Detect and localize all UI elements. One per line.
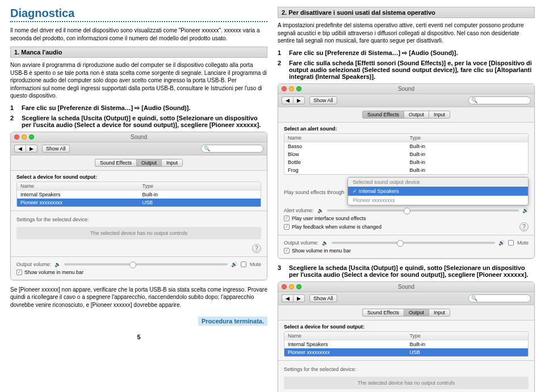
table-row[interactable]: Internal SpeakersBuilt-in: [284, 340, 528, 348]
mac-sound-window-output-2: Sound ◀ ▶ Show All 🔍 Sound Effects Outpu…: [278, 281, 535, 393]
search-input[interactable]: 🔍: [468, 96, 531, 104]
settings-label: Settings for the selected device:: [16, 214, 261, 225]
show-all-button[interactable]: Show All: [309, 294, 337, 302]
bottom-note: Se [Pioneer xxxxxx] non appare, verifica…: [10, 286, 267, 309]
volume-slider[interactable]: [64, 263, 228, 265]
table-row[interactable]: BassoBuilt-in: [284, 142, 528, 150]
speaker-high-icon: 🔊: [231, 262, 237, 267]
select-device-label: Select a device for sound output:: [284, 324, 529, 330]
nav-back-button[interactable]: ◀: [282, 294, 293, 302]
tab-input[interactable]: Input: [429, 309, 450, 317]
feedback-label: Play feedback when volume is changed: [292, 224, 382, 230]
procedure-done-left: Procedura terminata.: [10, 313, 267, 326]
window-title: Sound: [11, 134, 267, 140]
section-2-heading: 2. Per disattivare i suoni usati dal sis…: [278, 7, 535, 18]
table-row[interactable]: Internal SpeakersBuilt-in: [17, 191, 261, 199]
section-2-body: A impostazioni predefinite del sistema o…: [278, 22, 535, 45]
tab-sound-effects[interactable]: Sound Effects: [362, 111, 404, 119]
no-output-controls: The selected device has no output contro…: [16, 227, 261, 239]
speaker-low-icon: 🔈: [322, 240, 328, 246]
section-1-heading: 1. Manca l'audio: [10, 47, 267, 58]
play-through-label: Play sound effects through: [284, 189, 344, 195]
right-step-1: 1 Fare clic su [Preferenze di Sistema…] …: [278, 49, 535, 57]
help-icon[interactable]: ?: [519, 222, 529, 231]
mute-checkbox[interactable]: [241, 262, 246, 267]
main-title: Diagnostica: [10, 7, 267, 22]
show-all-button[interactable]: Show All: [309, 96, 337, 104]
search-icon: 🔍: [471, 296, 477, 301]
section-1-body: Non avviare il programma di riproduzione…: [10, 61, 267, 100]
col-type: Type: [139, 182, 261, 190]
mac-sound-window-effects: Sound ◀ ▶ Show All 🔍 Sound Effects Outpu…: [278, 83, 535, 259]
no-output-controls: The selected device has no output contro…: [284, 377, 529, 389]
tab-input[interactable]: Input: [429, 111, 450, 119]
col-name: Name: [284, 332, 406, 340]
col-type: Type: [406, 134, 529, 142]
intro-text: Il nome del driver ed il nome del dispos…: [10, 27, 267, 42]
show-all-button[interactable]: Show All: [42, 145, 70, 153]
output-device-table[interactable]: NameType Internal SpeakersBuilt-in Pione…: [284, 331, 529, 357]
ui-sounds-label: Play user interface sound effects: [292, 216, 366, 221]
left-step-1: 1 Fare clic su [Preferenze di Sistema…] …: [10, 104, 267, 112]
col-name: Name: [17, 182, 139, 190]
nav-back-button[interactable]: ◀: [282, 96, 293, 104]
show-menubar-label: Show volume in menu bar: [292, 248, 351, 254]
output-volume-label: Output volume:: [284, 240, 318, 246]
search-icon: 🔍: [471, 98, 477, 103]
col-type: Type: [406, 332, 529, 340]
menubar-checkbox[interactable]: ✓: [16, 269, 22, 275]
speaker-high-icon: 🔊: [522, 208, 529, 213]
mac-sound-window-output: Sound ◀ ▶ Show All 🔍 Sound Effects Outpu…: [10, 132, 267, 280]
nav-forward-button[interactable]: ▶: [293, 294, 305, 302]
popup-item-pioneer[interactable]: Pioneer xxxxxxxxx: [348, 196, 528, 205]
window-title: Sound: [278, 284, 534, 290]
ui-sounds-checkbox[interactable]: ✓: [284, 216, 290, 221]
tab-input[interactable]: Input: [161, 159, 183, 167]
nav-forward-button[interactable]: ▶: [293, 96, 305, 104]
alert-sound-label: Select an alert sound:: [284, 126, 529, 132]
help-icon[interactable]: ?: [252, 244, 261, 253]
speaker-high-icon: 🔊: [498, 240, 505, 246]
table-row[interactable]: BottleBuilt-in: [284, 158, 528, 166]
mute-label: Mute: [517, 240, 529, 246]
right-step-2: 2 Fare clic sulla scheda [Effetti sonori…: [278, 60, 535, 80]
mute-checkbox[interactable]: [508, 240, 514, 246]
alert-volume-slider[interactable]: [327, 209, 519, 212]
feedback-checkbox[interactable]: ✓: [284, 224, 290, 230]
show-menubar-label: Show volume in menu bar: [24, 269, 83, 275]
nav-forward-button[interactable]: ▶: [26, 145, 37, 153]
right-step-3: 3 Scegliere la scheda [Uscita (Output)] …: [278, 264, 535, 278]
nav-back-button[interactable]: ◀: [14, 145, 26, 153]
output-device-table[interactable]: NameType Internal SpeakersBuilt-in Pione…: [16, 182, 261, 207]
alert-sound-table[interactable]: NameType BassoBuilt-in BlowBuilt-in Bott…: [284, 133, 529, 175]
search-input[interactable]: 🔍: [468, 294, 531, 302]
page-number: 5: [10, 334, 267, 340]
speaker-low-icon: 🔈: [317, 208, 324, 213]
search-icon: 🔍: [204, 146, 210, 151]
search-input[interactable]: 🔍: [201, 145, 263, 153]
table-row[interactable]: Pioneer xxxxxxxxxUSB: [17, 199, 261, 206]
tab-output[interactable]: Output: [404, 309, 429, 317]
mute-label: Mute: [250, 262, 261, 267]
tab-sound-effects[interactable]: Sound Effects: [362, 309, 404, 317]
menubar-checkbox[interactable]: ✓: [284, 248, 290, 254]
table-row[interactable]: BlowBuilt-in: [284, 150, 528, 158]
tab-sound-effects[interactable]: Sound Effects: [95, 159, 136, 167]
tab-output[interactable]: Output: [136, 159, 161, 167]
table-row[interactable]: FrogBuilt-in: [284, 166, 528, 174]
table-row[interactable]: Pioneer xxxxxxxxxUSB: [284, 348, 528, 356]
window-title: Sound: [278, 86, 534, 92]
popup-title: Selected sound output device: [348, 178, 528, 187]
volume-slider[interactable]: [332, 242, 495, 244]
popup-item-internal-speakers[interactable]: ✓ Internal Speakers: [348, 187, 528, 196]
select-device-label: Select a device for sound output:: [16, 174, 261, 180]
left-step-2: 2 Scegliere la scheda [Uscita (Output)] …: [10, 115, 267, 128]
output-device-popup[interactable]: Selected sound output device ✓ Internal …: [347, 177, 529, 205]
settings-label: Settings for the selected device:: [284, 364, 529, 374]
speaker-low-icon: 🔈: [54, 262, 61, 267]
tab-output[interactable]: Output: [404, 111, 429, 119]
output-volume-label: Output volume:: [16, 262, 51, 267]
alert-volume-label: Alert volume:: [284, 208, 314, 213]
col-name: Name: [284, 134, 406, 142]
